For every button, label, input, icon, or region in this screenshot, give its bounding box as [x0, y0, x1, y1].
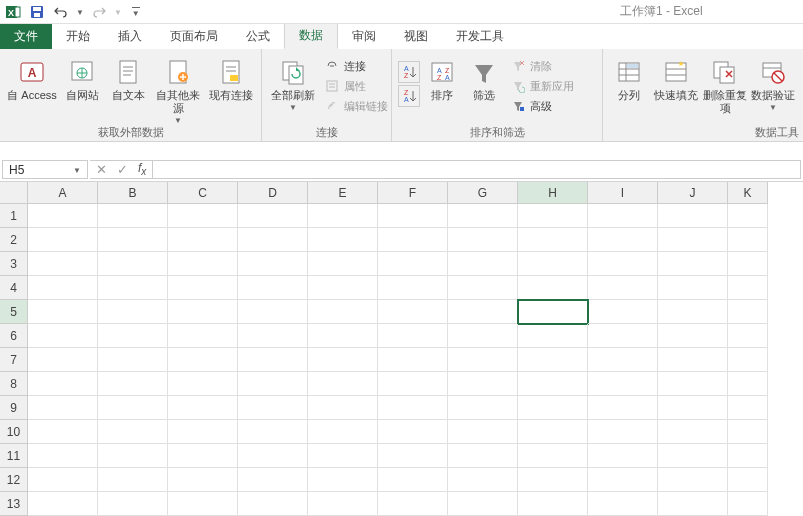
cell[interactable]	[728, 228, 768, 252]
cell[interactable]	[378, 492, 448, 516]
column-header[interactable]: G	[448, 182, 518, 204]
row-header[interactable]: 9	[0, 396, 28, 420]
cell[interactable]	[168, 444, 238, 468]
cell[interactable]	[28, 444, 98, 468]
cell[interactable]	[98, 348, 168, 372]
redo-icon[interactable]	[90, 3, 108, 21]
cell[interactable]	[308, 348, 378, 372]
clear-filter-button[interactable]: 清除	[506, 57, 578, 75]
cell[interactable]	[28, 324, 98, 348]
cell[interactable]	[728, 300, 768, 324]
cell[interactable]	[98, 300, 168, 324]
cell[interactable]	[728, 396, 768, 420]
cell[interactable]	[588, 276, 658, 300]
tab-view[interactable]: 视图	[390, 23, 442, 49]
row-header[interactable]: 1	[0, 204, 28, 228]
cell[interactable]	[378, 396, 448, 420]
tab-review[interactable]: 审阅	[338, 23, 390, 49]
select-all-corner[interactable]	[0, 182, 28, 204]
cell[interactable]	[98, 396, 168, 420]
properties-button[interactable]: 属性	[320, 77, 392, 95]
cell[interactable]	[518, 252, 588, 276]
cell[interactable]	[28, 276, 98, 300]
cell[interactable]	[238, 252, 308, 276]
cell[interactable]	[658, 228, 728, 252]
cell[interactable]	[588, 420, 658, 444]
filter-button[interactable]: 筛选	[464, 53, 504, 102]
cell[interactable]	[728, 372, 768, 396]
cell[interactable]	[238, 420, 308, 444]
cell[interactable]	[448, 300, 518, 324]
redo-dropdown-icon[interactable]: ▼	[114, 8, 122, 17]
cell[interactable]	[308, 300, 378, 324]
cell[interactable]	[28, 420, 98, 444]
cell[interactable]	[658, 372, 728, 396]
cell[interactable]	[588, 300, 658, 324]
data-validation-button[interactable]: 数据验证 ▼	[749, 53, 797, 112]
row-header[interactable]: 11	[0, 444, 28, 468]
column-header[interactable]: I	[588, 182, 658, 204]
cell[interactable]	[28, 348, 98, 372]
cell[interactable]	[308, 252, 378, 276]
cell[interactable]	[658, 324, 728, 348]
text-to-columns-button[interactable]: 分列	[609, 53, 649, 102]
cell[interactable]	[518, 348, 588, 372]
cell[interactable]	[168, 396, 238, 420]
cell[interactable]	[658, 444, 728, 468]
cell[interactable]	[448, 252, 518, 276]
cell[interactable]	[28, 300, 98, 324]
cell[interactable]	[378, 324, 448, 348]
cell[interactable]	[658, 468, 728, 492]
tab-data[interactable]: 数据	[284, 21, 338, 49]
cell[interactable]	[238, 204, 308, 228]
formula-input[interactable]	[153, 160, 801, 179]
cell[interactable]	[98, 468, 168, 492]
cell[interactable]	[28, 252, 98, 276]
cell[interactable]	[308, 444, 378, 468]
cell[interactable]	[518, 204, 588, 228]
reapply-button[interactable]: 重新应用	[506, 77, 578, 95]
cell[interactable]	[238, 300, 308, 324]
cell[interactable]	[28, 492, 98, 516]
cell[interactable]	[448, 348, 518, 372]
cell[interactable]	[728, 324, 768, 348]
cell[interactable]	[308, 228, 378, 252]
cell[interactable]	[28, 372, 98, 396]
cell[interactable]	[98, 444, 168, 468]
cell[interactable]	[588, 372, 658, 396]
cell[interactable]	[98, 276, 168, 300]
cell[interactable]	[378, 228, 448, 252]
cell[interactable]	[588, 492, 658, 516]
row-header[interactable]: 13	[0, 492, 28, 516]
remove-duplicates-button[interactable]: 删除重复项	[703, 53, 747, 115]
cell[interactable]	[308, 492, 378, 516]
cell[interactable]	[448, 444, 518, 468]
cell[interactable]	[448, 468, 518, 492]
from-other-sources-button[interactable]: 自其他来源 ▼	[152, 53, 204, 125]
tab-home[interactable]: 开始	[52, 23, 104, 49]
cell[interactable]	[728, 348, 768, 372]
column-header[interactable]: F	[378, 182, 448, 204]
from-text-button[interactable]: 自文本	[106, 53, 150, 102]
cell[interactable]	[308, 396, 378, 420]
cell[interactable]	[308, 276, 378, 300]
fx-icon[interactable]: fx	[138, 161, 146, 177]
cell[interactable]	[518, 372, 588, 396]
from-web-button[interactable]: 自网站	[60, 53, 104, 102]
cell[interactable]	[378, 204, 448, 228]
cell[interactable]	[308, 420, 378, 444]
cell[interactable]	[658, 276, 728, 300]
tab-formulas[interactable]: 公式	[232, 23, 284, 49]
cell[interactable]	[98, 492, 168, 516]
cancel-icon[interactable]: ✕	[96, 162, 107, 177]
cell[interactable]	[728, 492, 768, 516]
cell[interactable]	[308, 204, 378, 228]
cell[interactable]	[168, 324, 238, 348]
cell[interactable]	[98, 324, 168, 348]
row-header[interactable]: 12	[0, 468, 28, 492]
undo-icon[interactable]	[52, 3, 70, 21]
row-header[interactable]: 8	[0, 372, 28, 396]
cell[interactable]	[588, 252, 658, 276]
save-icon[interactable]	[28, 3, 46, 21]
cell[interactable]	[658, 252, 728, 276]
